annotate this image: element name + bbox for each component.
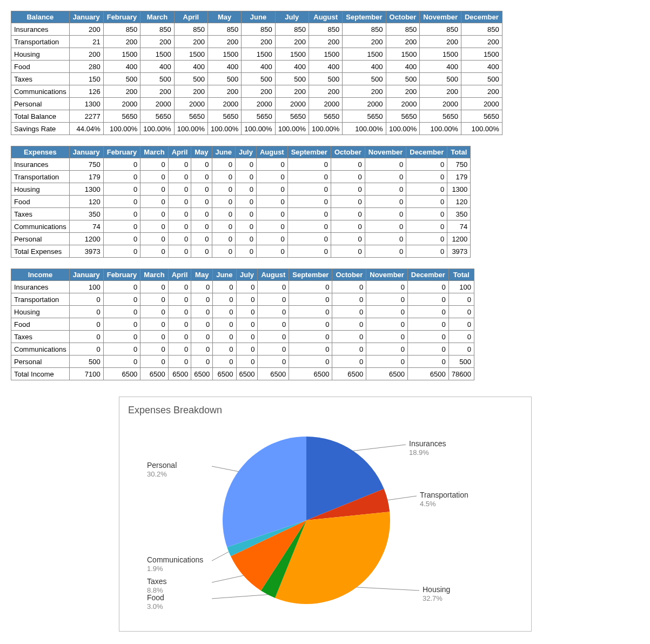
cell-value: 44.04%: [69, 123, 103, 135]
cell-value: 0: [168, 171, 191, 183]
cell-value: 1500: [103, 48, 140, 61]
cell-value: 0: [103, 183, 140, 196]
cell-value: 0: [258, 343, 289, 355]
table-row: Food280400400400400400400400400400400400: [11, 61, 502, 73]
cell-value: 400: [343, 61, 386, 73]
cell-value: 0: [331, 171, 365, 183]
cell-value: 0: [103, 318, 140, 331]
pie-label-taxes: Taxes8.8%: [147, 577, 167, 594]
cell-value: 1500: [309, 48, 342, 61]
cell-value: 850: [140, 23, 174, 36]
column-header: December: [406, 146, 447, 158]
cell-value: 0: [407, 343, 448, 355]
cell-value: 850: [208, 23, 242, 36]
cell-value: 0: [168, 343, 191, 355]
cell-value: 0: [366, 306, 408, 318]
row-label: Insurances: [11, 281, 70, 293]
cell-value: 0: [191, 158, 212, 171]
cell-value: 5650: [275, 110, 309, 123]
cell-value: 0: [365, 220, 406, 233]
column-header: May: [191, 269, 213, 281]
cell-value: 100.00%: [461, 123, 502, 135]
income-table: IncomeJanuaryFebruaryMarchAprilMayJuneJu…: [11, 269, 474, 380]
pie-label-communications: Communications1.9%: [147, 555, 203, 573]
chart-title: Expenses Breakdown: [128, 405, 522, 416]
cell-value: 0: [69, 318, 103, 331]
row-label: Personal: [11, 233, 70, 245]
cell-value: 200: [208, 36, 242, 48]
cell-value: 0: [365, 233, 406, 245]
column-header: March: [140, 146, 168, 158]
cell-value: 0: [256, 196, 287, 208]
cell-value: 200: [69, 48, 103, 61]
column-header: July: [235, 146, 256, 158]
cell-value: 0: [331, 208, 365, 220]
cell-value: 0: [140, 183, 168, 196]
cell-value: 500: [309, 73, 342, 85]
cell-value: 0: [256, 171, 287, 183]
column-header: December: [461, 11, 502, 23]
cell-value: 0: [168, 331, 191, 343]
cell-value: 0: [332, 331, 366, 343]
column-header: January: [69, 146, 103, 158]
row-label: Total Expenses: [11, 245, 70, 258]
cell-value: 6500: [332, 368, 366, 380]
balance-table: BalanceJanuaryFebruaryMarchAprilMayJuneJ…: [11, 11, 502, 135]
cell-value: 0: [168, 245, 191, 258]
table-row: Taxes15050050050050050050050050050050050…: [11, 73, 502, 85]
row-label: Housing: [11, 306, 70, 318]
cell-value: 200: [461, 36, 502, 48]
cell-value: 6500: [289, 368, 332, 380]
pie-label-personal: Personal30.2%: [147, 461, 177, 478]
cell-value: 500: [174, 73, 207, 85]
cell-value: 0: [140, 233, 168, 245]
cell-value: 0: [287, 233, 331, 245]
cell-value: 0: [69, 306, 103, 318]
cell-value: 0: [332, 355, 366, 368]
row-label: Transportation: [11, 171, 70, 183]
cell-value: 1500: [420, 48, 461, 61]
table-row-total: Total Balance227756505650565056505650565…: [11, 110, 502, 123]
cell-value: 6500: [213, 368, 236, 380]
cell-value: 0: [289, 331, 332, 343]
cell-value: 5650: [208, 110, 242, 123]
cell-value: 0: [140, 343, 168, 355]
cell-value: 0: [407, 355, 448, 368]
cell-value: 1200: [69, 233, 103, 245]
cell-value: 5650: [140, 110, 174, 123]
column-header: October: [331, 146, 365, 158]
column-header: May: [191, 146, 212, 158]
column-header: January: [69, 11, 103, 23]
cell-value: 2000: [275, 98, 309, 110]
cell-value: 0: [366, 355, 408, 368]
cell-value: 0: [365, 183, 406, 196]
cell-value: 850: [174, 23, 207, 36]
cell-value: 3973: [447, 245, 471, 258]
cell-value: 0: [191, 318, 213, 331]
cell-value: 0: [213, 318, 236, 331]
cell-value: 0: [289, 318, 332, 331]
cell-value: 0: [235, 196, 256, 208]
cell-value: 0: [258, 306, 289, 318]
cell-value: 0: [331, 233, 365, 245]
cell-value: 0: [103, 233, 140, 245]
cell-value: 0: [236, 281, 258, 293]
table-row: Housing0000000000000: [11, 306, 474, 318]
cell-value: 0: [406, 208, 447, 220]
cell-value: 100: [69, 281, 103, 293]
cell-value: 1500: [461, 48, 502, 61]
cell-value: 200: [343, 85, 386, 98]
cell-value: 850: [386, 23, 420, 36]
row-label: Food: [11, 196, 70, 208]
cell-value: 5650: [242, 110, 275, 123]
table-row-total: Total Expenses3973000000000003973: [11, 245, 471, 258]
cell-value: 0: [287, 158, 331, 171]
cell-value: 0: [256, 158, 287, 171]
row-label: Transportation: [11, 36, 70, 48]
cell-value: 200: [386, 36, 420, 48]
cell-value: 200: [461, 85, 502, 98]
cell-value: 0: [212, 196, 235, 208]
cell-value: 0: [258, 281, 289, 293]
column-header: Total: [448, 269, 474, 281]
cell-value: 0: [448, 343, 474, 355]
